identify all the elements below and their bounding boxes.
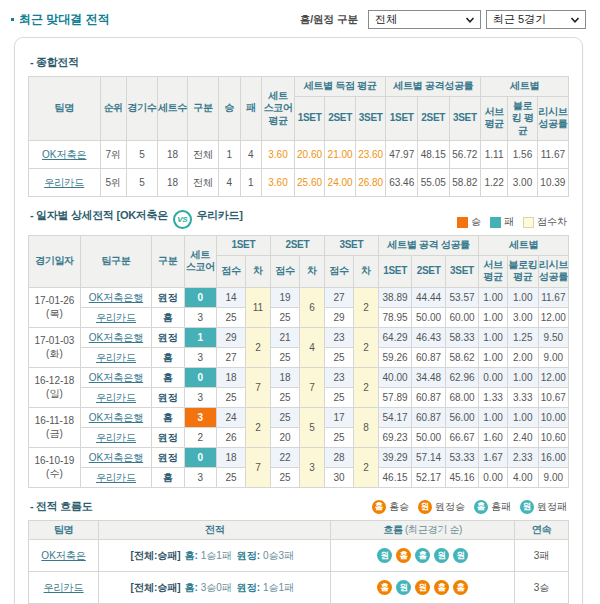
team-link[interactable]: OK저축은행 xyxy=(89,292,143,303)
filter-label: 홈/원정 구분 xyxy=(300,13,358,27)
stat-cell: 1.67 xyxy=(479,447,508,467)
team-link[interactable]: 우리카드 xyxy=(44,177,84,188)
summary-cell: 4 xyxy=(240,141,262,169)
set-score-point-cell: 18 xyxy=(270,367,299,387)
col-division: 구분 xyxy=(188,77,219,141)
record-home-value: 3승0패 xyxy=(201,582,232,593)
game-date-cell: 16-10-19(수) xyxy=(29,447,81,487)
legend-label: 원정승 xyxy=(435,500,465,514)
score-diff-cell: 4 xyxy=(300,327,325,367)
stat-cell: 1.00 xyxy=(479,307,508,327)
record-cell: [전체:승패]홈: 3승0패원정: 1승1패 xyxy=(99,572,331,604)
attack-rate-cell: 52.17 xyxy=(412,467,445,487)
loss-circle-icon: 원 xyxy=(453,548,468,563)
loss-circle-icon: 홈 xyxy=(474,500,488,514)
attack-rate-cell: 40.00 xyxy=(378,367,411,387)
legend-label: 승 xyxy=(471,215,481,229)
team-link[interactable]: 우리카드 xyxy=(96,392,136,403)
score-diff-cell: 3 xyxy=(300,447,325,487)
set-score-point-cell: 18 xyxy=(216,367,245,387)
col-attack-3set: 3SET xyxy=(449,96,481,141)
page-title: 최근 맞대결 전적 xyxy=(8,11,110,28)
set-score-point-cell: 17 xyxy=(324,407,353,427)
stat-cell: 10.67 xyxy=(538,387,568,407)
team-link[interactable]: 우리카드 xyxy=(44,582,84,593)
col-group-score-avg: 세트별 득점 평균 xyxy=(294,77,386,97)
game-date: 16-11-18 xyxy=(29,414,80,427)
record-home-label: 홈: xyxy=(185,550,201,561)
daily-section-title: - 일자별 상세전적 [OK저축은 VS 우리카드] xyxy=(30,208,243,229)
set-score-cell: 3 xyxy=(184,407,216,427)
stat-cell: 1.00 xyxy=(507,287,538,307)
set-score-point-cell: 30 xyxy=(324,467,353,487)
home-away-select[interactable]: 전체 xyxy=(368,10,481,29)
team-link[interactable]: OK저축은 xyxy=(42,149,86,160)
set-score-point-cell: 29 xyxy=(216,327,245,347)
set-score-point-cell: 28 xyxy=(324,447,353,467)
team-cell: 우리카드 xyxy=(80,467,151,487)
set-score-cell: 2 xyxy=(184,427,216,447)
attack-rate-cell: 68.00 xyxy=(445,387,478,407)
team-cell: OK저축은행 xyxy=(80,287,151,307)
game-date-cell: 17-01-26(목) xyxy=(29,287,81,327)
team-link[interactable]: OK저축은행 xyxy=(89,452,143,463)
team-link[interactable]: 우리카드 xyxy=(96,352,136,363)
team-link[interactable]: 우리카드 xyxy=(96,472,136,483)
summary-cell: 11.67 xyxy=(537,141,568,169)
attack-rate-cell: 58.33 xyxy=(445,327,478,347)
attack-rate-cell: 53.33 xyxy=(445,447,478,467)
stat-cell: 12.00 xyxy=(538,367,568,387)
team-cell: 우리카드 xyxy=(80,347,151,367)
record-total: [전체:승패] xyxy=(131,582,181,593)
flow-badges-cell: 홈원원홈홈 xyxy=(331,572,515,604)
loss-circle-icon: 원 xyxy=(377,548,392,563)
col-attack-1set: 1SET xyxy=(378,255,411,287)
recent-games-select[interactable]: 최근 5경기 xyxy=(486,10,586,29)
score-diff-cell: 11 xyxy=(246,287,271,327)
game-row-second: 우리카드원정325252557.8960.8768.001.333.3310.6… xyxy=(29,387,569,407)
col-game-date: 경기일자 xyxy=(29,236,81,288)
attack-rate-cell: 66.67 xyxy=(445,427,478,447)
loss-circle-icon: 원 xyxy=(434,548,449,563)
set-score-point-cell: 23 xyxy=(324,327,353,347)
record-home-value: 1승1패 xyxy=(201,550,232,561)
set-score-cell: 3 xyxy=(184,387,216,407)
attack-rate-cell: 50.00 xyxy=(412,427,445,447)
set-score-point-cell: 25 xyxy=(270,347,299,367)
col-set-score-avg: 세트 스코어 평균 xyxy=(262,77,295,141)
team-link[interactable]: 우리카드 xyxy=(96,432,136,443)
filter-controls: 홈/원정 구분 전체 최근 5경기 xyxy=(300,10,586,29)
attack-rate-cell: 78.95 xyxy=(378,307,411,327)
team-link[interactable]: OK저축은행 xyxy=(89,372,143,383)
team-link[interactable]: OK저축은행 xyxy=(89,412,143,423)
col-set-score: 세트 스코어 xyxy=(184,236,216,288)
flow-row: 우리카드[전체:승패]홈: 3승0패원정: 1승1패홈원원홈홈3승 xyxy=(29,572,569,604)
division-cell: 원정 xyxy=(152,447,184,467)
streak-cell: 3승 xyxy=(514,572,568,604)
team-link[interactable]: OK저축은 xyxy=(41,550,85,561)
game-row-first: 16-10-19(수)OK저축은행원정018722328239.2957.145… xyxy=(29,447,569,467)
game-row-first: 17-01-03(화)OK저축은행원정129221423264.2946.435… xyxy=(29,327,569,347)
col-team-division: 팀구분 xyxy=(80,236,151,288)
col-loss: 패 xyxy=(240,77,262,141)
game-row-second: 우리카드원정226202569.2350.0066.671.602.4010.6… xyxy=(29,427,569,447)
team-cell: OK저축은 xyxy=(29,540,99,572)
stat-cell: 9.50 xyxy=(538,327,568,347)
attack-rate-cell: 63.46 xyxy=(386,169,418,197)
attack-rate-cell: 58.62 xyxy=(445,347,478,367)
set-score-point-cell: 25 xyxy=(324,387,353,407)
attack-rate-cell: 56.72 xyxy=(449,141,481,169)
set-score-point-cell: 23 xyxy=(324,367,353,387)
attack-rate-cell: 34.48 xyxy=(412,367,445,387)
stat-cell: 0.00 xyxy=(479,367,508,387)
stat-cell: 16.00 xyxy=(538,447,568,467)
set-score-point-cell: 29 xyxy=(324,307,353,327)
col-receive-rate: 리시브 성공률 xyxy=(538,255,568,287)
summary-cell: 3.00 xyxy=(508,169,538,197)
team-link[interactable]: 우리카드 xyxy=(96,312,136,323)
team-link[interactable]: OK저축은행 xyxy=(89,332,143,343)
game-date-cell: 16-12-18(일) xyxy=(29,367,81,407)
summary-cell: 18 xyxy=(157,169,188,197)
score-avg-cell: 21.00 xyxy=(325,141,356,169)
stat-cell: 11.67 xyxy=(538,287,568,307)
